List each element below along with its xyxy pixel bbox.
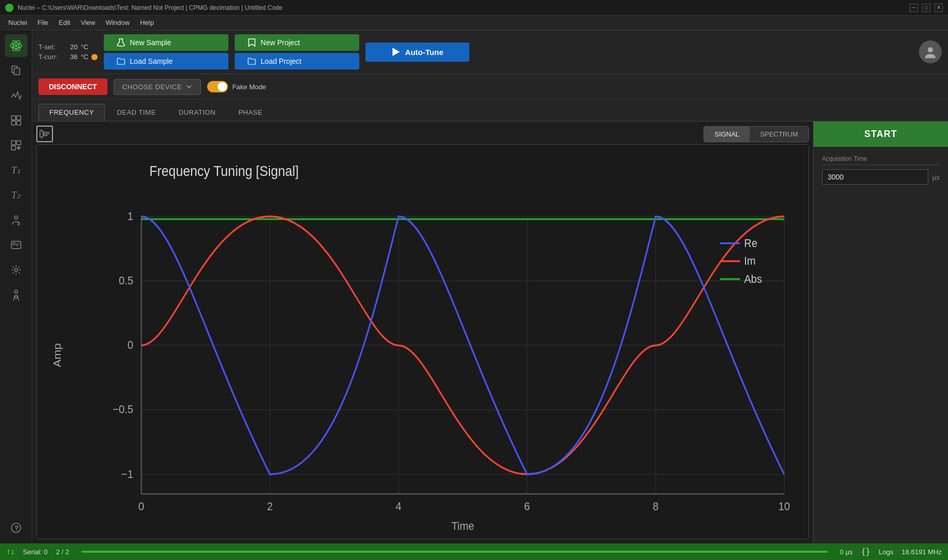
sidebar-item-dashboard[interactable] (5, 109, 28, 132)
load-project-button[interactable]: Load Project (235, 53, 359, 70)
minimize-button[interactable]: ─ (910, 4, 918, 12)
folder-icon (116, 57, 126, 66)
tcurr-unit: °C (80, 53, 88, 61)
sidebar-item-help[interactable]: ? (5, 516, 28, 539)
app-logo (5, 4, 13, 12)
temperature-panel: T-set: 20 °C T-curr: 36 °C (38, 43, 98, 61)
disconnect-button[interactable]: DISCONNECT (38, 78, 107, 95)
sidebar-item-t1[interactable]: T₁ (5, 159, 28, 182)
svg-text:1: 1 (128, 210, 133, 223)
sidebar-item-files[interactable] (5, 59, 28, 82)
avatar[interactable] (919, 40, 942, 63)
svg-text:6: 6 (524, 500, 530, 513)
progress-bar (82, 551, 828, 553)
choose-device-button[interactable]: CHOOSE DEVICE (114, 79, 201, 95)
maximize-button[interactable]: □ (922, 4, 930, 12)
svg-text:Im: Im (744, 254, 755, 267)
sample-buttons: New Sample Load Sample (104, 34, 228, 70)
chart-container: SIGNAL SPECTRUM Frequency Tuning [Signal… (32, 121, 948, 543)
svg-text:0.5: 0.5 (119, 274, 133, 287)
acq-time-unit: µs (932, 173, 940, 181)
load-sample-button[interactable]: Load Sample (104, 53, 228, 70)
svg-point-23 (15, 290, 18, 293)
tab-dead-time[interactable]: DEAD TIME (106, 104, 167, 121)
svg-rect-7 (17, 116, 21, 120)
status-right: {} Logs 18.6191 MHz (861, 547, 942, 556)
svg-text:?: ? (15, 524, 19, 532)
chart-svg: Frequency Tuning [Signal] (37, 145, 808, 539)
fake-mode-toggle[interactable] (207, 81, 228, 92)
tset-value: 20 (70, 43, 77, 51)
svg-point-28 (928, 47, 933, 52)
start-button[interactable]: START (814, 121, 948, 147)
tcurr-value: 36 (70, 53, 77, 61)
close-button[interactable]: ✕ (935, 4, 943, 12)
autotune-button[interactable]: Auto-Tune (365, 43, 469, 62)
svg-text:−0.5: −0.5 (113, 403, 133, 416)
chart-area: SIGNAL SPECTRUM Frequency Tuning [Signal… (32, 121, 813, 543)
svg-rect-35 (37, 145, 808, 539)
spectrum-button[interactable]: SPECTRUM (750, 127, 808, 142)
svg-rect-6 (11, 116, 16, 120)
svg-rect-19 (13, 243, 15, 245)
chevron-down-icon (186, 84, 192, 90)
tset-unit: °C (80, 43, 88, 51)
menu-help[interactable]: Help (136, 18, 158, 28)
sidebar-item-device[interactable] (5, 234, 28, 256)
statusbar: ↑↓ Serial: 0 2 / 2 0 µs {} Logs 18.6191 … (0, 543, 948, 560)
sidebar-item-add[interactable] (5, 134, 28, 157)
play-icon (391, 48, 400, 56)
tab-phase[interactable]: PHASE (227, 104, 274, 121)
tcurr-label: T-curr: (38, 53, 67, 61)
svg-text:0: 0 (128, 338, 133, 351)
svg-text:Re: Re (744, 237, 757, 250)
svg-text:Time: Time (451, 520, 474, 532)
frequency-label: 18.6191 MHz (902, 548, 942, 556)
logs-icon: {} (861, 547, 870, 556)
svg-rect-14 (18, 146, 19, 150)
sidebar-item-home[interactable] (5, 34, 28, 57)
tab-duration[interactable]: DURATION (168, 104, 226, 121)
time-status: 0 µs (840, 548, 853, 556)
svg-rect-29 (40, 131, 43, 137)
fake-mode-row: Fake Mode (207, 81, 266, 92)
svg-rect-18 (11, 241, 21, 249)
titlebar-controls[interactable]: ─ □ ✕ (910, 4, 943, 12)
signal-button[interactable]: SIGNAL (704, 127, 750, 142)
calibration-icon[interactable] (36, 126, 53, 142)
bookmark-icon (247, 38, 256, 47)
svg-text:8: 8 (653, 500, 658, 513)
sidebar-item-settings[interactable] (5, 258, 28, 281)
toolbar: T-set: 20 °C T-curr: 36 °C New (32, 30, 948, 74)
temp-indicator (91, 54, 98, 60)
menu-file[interactable]: File (33, 18, 52, 28)
menu-window[interactable]: Window (101, 18, 133, 28)
svg-text:0: 0 (139, 500, 144, 513)
right-panel: START Acquisition Time µs (813, 121, 948, 543)
sidebar-item-signal[interactable] (5, 84, 28, 107)
acq-time-input[interactable] (822, 169, 928, 185)
svg-text:10: 10 (778, 500, 790, 513)
menu-edit[interactable]: Edit (55, 18, 74, 28)
tset-label: T-set: (38, 43, 67, 51)
menu-view[interactable]: View (76, 18, 99, 28)
new-sample-button[interactable]: New Sample (104, 34, 228, 51)
svg-marker-27 (392, 48, 400, 56)
svg-text:Amp: Amp (51, 343, 63, 367)
new-project-button[interactable]: New Project (235, 34, 359, 51)
svg-rect-9 (17, 121, 21, 125)
sidebar-item-baby[interactable] (5, 283, 28, 306)
chart-box: Frequency Tuning [Signal] (36, 144, 809, 539)
sidebar-item-t2[interactable]: T₂ (5, 184, 28, 207)
acq-time-label: Acquisition Time (822, 155, 940, 165)
folder2-icon (247, 57, 256, 66)
menubar: Nuclei File Edit View Window Help (0, 16, 948, 30)
tab-frequency[interactable]: FREQUENCY (38, 104, 105, 121)
window-title: Nuclei – C:\Users\WAR\Downloads\Test: Na… (18, 4, 282, 11)
chart-controls: SIGNAL SPECTRUM (36, 126, 809, 142)
svg-point-15 (15, 216, 18, 219)
menu-nuclei[interactable]: Nuclei (4, 18, 31, 28)
sidebar: T₁ T₂ (0, 30, 32, 543)
sidebar-item-person[interactable] (5, 209, 28, 231)
flask-icon (116, 38, 126, 47)
